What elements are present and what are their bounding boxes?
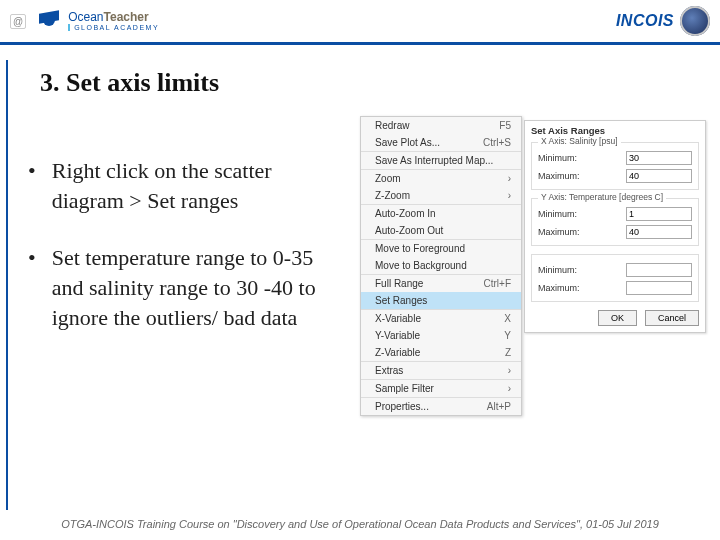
menu-item[interactable]: Zoom› (361, 169, 521, 187)
gradcap-icon (36, 12, 62, 30)
menu-item[interactable]: Z-VariableZ (361, 344, 521, 361)
min-input[interactable] (626, 151, 692, 165)
menu-item[interactable]: Save Plot As...Ctrl+S (361, 134, 521, 151)
menu-item[interactable]: Z-Zoom› (361, 187, 521, 204)
context-menu[interactable]: RedrawF5Save Plot As...Ctrl+SSave As Int… (360, 116, 522, 416)
menu-item[interactable]: Set Ranges (361, 292, 521, 309)
oceanteacher-wordmark: OceanTeacher (68, 11, 159, 23)
bullet-item: Set temperature range to 0-35 and salini… (28, 243, 338, 332)
menu-item[interactable]: Extras› (361, 361, 521, 379)
oceanteacher-logo: @ OceanTeacher GLOBAL ACADEMY (10, 11, 159, 31)
max-input[interactable] (626, 225, 692, 239)
menu-item[interactable]: Sample Filter› (361, 379, 521, 397)
max-input[interactable] (626, 281, 692, 295)
ok-button[interactable]: OK (598, 310, 637, 326)
vertical-rule (6, 60, 8, 510)
bullet-list: Right click on the scatter diagram > Set… (28, 156, 338, 360)
menu-item[interactable]: Auto-Zoom Out (361, 222, 521, 239)
axis-group: Minimum:Maximum: (531, 254, 699, 302)
min-input[interactable] (626, 263, 692, 277)
menu-item[interactable]: Move to Foreground (361, 239, 521, 257)
menu-item[interactable]: Save As Interrupted Map... (361, 151, 521, 169)
slide: { "header":{ "left_logo":{"brand_a":"Oce… (0, 0, 720, 540)
axis-group: Y Axis: Temperature [degrees C]Minimum:M… (531, 198, 699, 246)
at-badge: @ (10, 14, 26, 29)
axis-group: X Axis: Salinity [psu]Minimum:Maximum: (531, 142, 699, 190)
dialog-title: Set Axis Ranges (531, 125, 699, 136)
max-input[interactable] (626, 169, 692, 183)
menu-item[interactable]: X-VariableX (361, 309, 521, 327)
header: @ OceanTeacher GLOBAL ACADEMY INCOIS (0, 0, 720, 45)
oceanteacher-subtitle: GLOBAL ACADEMY (68, 24, 159, 31)
menu-item[interactable]: Full RangeCtrl+F (361, 274, 521, 292)
footer-text: OTGA-INCOIS Training Course on "Discover… (0, 518, 720, 530)
menu-item[interactable]: Auto-Zoom In (361, 204, 521, 222)
min-input[interactable] (626, 207, 692, 221)
menu-item[interactable]: Move to Background (361, 257, 521, 274)
set-axis-ranges-dialog: Set Axis Ranges X Axis: Salinity [psu]Mi… (524, 120, 706, 333)
globe-icon (680, 6, 710, 36)
menu-item[interactable]: Properties...Alt+P (361, 397, 521, 415)
menu-item[interactable]: Y-VariableY (361, 327, 521, 344)
incois-text: INCOIS (616, 12, 674, 30)
bullet-item: Right click on the scatter diagram > Set… (28, 156, 338, 215)
menu-item[interactable]: RedrawF5 (361, 117, 521, 134)
cancel-button[interactable]: Cancel (645, 310, 699, 326)
incois-logo: INCOIS (616, 6, 710, 36)
slide-title: 3. Set axis limits (40, 68, 219, 98)
